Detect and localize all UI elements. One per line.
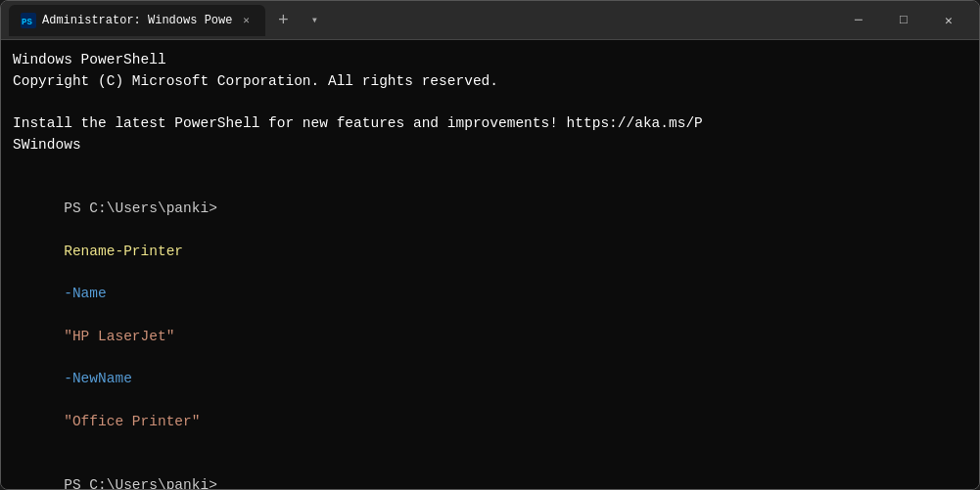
main-window: PS Administrator: Windows Powe ✕ + ▾ ─ □… (0, 0, 980, 490)
terminal-prompt-line: PS C:\Users\panki> (13, 454, 967, 489)
terminal-line-5: SWindows (13, 135, 967, 156)
terminal-line-2: Copyright (C) Microsoft Corporation. All… (13, 71, 967, 93)
tab-close-button[interactable]: ✕ (238, 13, 254, 28)
prompt-2: PS C:\Users\panki> (64, 477, 217, 489)
tab-area: PS Administrator: Windows Powe ✕ + ▾ (9, 5, 836, 36)
terminal-body[interactable]: Windows PowerShell Copyright (C) Microso… (1, 40, 979, 489)
terminal-line-1: Windows PowerShell (13, 50, 967, 71)
titlebar: PS Administrator: Windows Powe ✕ + ▾ ─ □… (1, 1, 979, 40)
svg-text:PS: PS (22, 18, 32, 27)
param1-value: "HP LaserJet" (64, 329, 174, 344)
new-tab-button[interactable]: + (269, 7, 297, 34)
minimize-button[interactable]: ─ (836, 5, 881, 36)
cmd-space-4 (64, 392, 72, 408)
window-controls: ─ □ ✕ (836, 5, 971, 36)
close-button[interactable]: ✕ (926, 5, 971, 36)
powershell-icon: PS (21, 13, 36, 28)
maximize-button[interactable]: □ (881, 5, 926, 36)
tab-active[interactable]: PS Administrator: Windows Powe ✕ (9, 5, 265, 36)
terminal-command-line: PS C:\Users\panki> Rename-Printer -Name … (13, 178, 967, 455)
terminal-line-4: Install the latest PowerShell for new fe… (13, 113, 967, 135)
prompt-1: PS C:\Users\panki> (64, 200, 217, 216)
tab-title: Administrator: Windows Powe (42, 14, 232, 27)
cmd-space-3 (64, 350, 72, 366)
param1-name: -Name (64, 286, 107, 301)
param2-value: "Office Printer" (64, 414, 200, 429)
terminal-line-3 (13, 93, 967, 114)
cmd-space-1 (64, 265, 72, 281)
tab-dropdown-button[interactable]: ▾ (301, 7, 328, 34)
param2-name: -NewName (64, 371, 132, 386)
command-name: Rename-Printer (64, 244, 183, 259)
command-spacer (64, 222, 72, 238)
terminal-line-6 (13, 156, 967, 178)
cmd-space-2 (64, 307, 72, 323)
